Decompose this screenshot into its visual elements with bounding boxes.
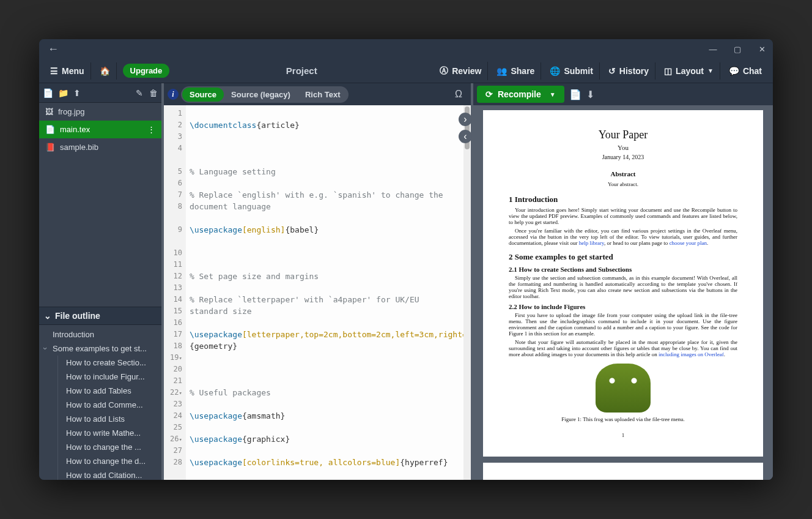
pdf-figure-caption: Figure 1: This frog was uploaded via the… [561,416,684,422]
menu-icon: ☰ [50,66,58,76]
file-tree: 🖼 frog.jpg 📄 main.tex ⋮ 📕 sample.bib [39,103,161,156]
history-button[interactable]: ↺ History [602,62,655,80]
editor-pane: i Source Source (legacy) Rich Text Ω 123… [164,83,471,480]
review-label: Review [452,66,481,76]
pdf-link[interactable]: help library [579,240,604,246]
layout-button[interactable]: ◫ Layout ▼ [658,62,720,80]
pdf-viewer[interactable]: Your Paper You January 14, 2023 Abstract… [473,105,773,480]
file-label: main.tex [60,125,90,134]
outline-header-label: File outline [55,311,100,321]
delete-icon[interactable]: 🗑 [149,88,158,98]
line-gutter: 1234 5678 9 101112 1314151617 1819▾2021 … [164,105,186,480]
minimize-icon[interactable]: — [707,45,719,54]
outline-item[interactable]: How to add Citation... [39,468,161,480]
pdf-abstract-heading: Abstract [509,170,737,177]
outline-item[interactable]: How to include Figur... [39,370,161,384]
outline-item[interactable]: Introduction [39,327,161,342]
source-tab-group: Source Source (legacy) Rich Text [181,86,349,103]
edit-icon[interactable]: ✎ [136,88,143,98]
upload-icon[interactable]: ⬆ [73,88,81,98]
chevron-down-icon: ▼ [550,91,556,98]
share-button[interactable]: 👥 Share [490,62,541,80]
outline-item[interactable]: How to add Lists [39,412,161,426]
pdf-section: 2 Some examples to get started [509,252,737,262]
file-toolbar: 📄 📁 ⬆ ✎ 🗑 [39,83,161,103]
file-label: frog.jpg [58,107,84,116]
pdf-abstract: Your abstract. [509,181,737,187]
tab-source[interactable]: Source [182,88,224,102]
file-main[interactable]: 📄 main.tex ⋮ [39,121,161,138]
pdf-title: Your Paper [509,129,737,141]
new-file-icon[interactable]: 📄 [43,88,53,98]
outline-item[interactable]: How to change the d... [39,454,161,468]
history-label: History [619,66,649,76]
pdf-paragraph: Note that your figure will automatically… [509,339,737,357]
file-icon: 📄 [45,125,55,134]
collapse-preview-icon[interactable]: ‹ [459,130,472,143]
pdf-section: 1 Introduction [509,195,737,204]
layout-label: Layout [676,66,704,76]
close-icon[interactable]: ✕ [756,45,768,54]
upgrade-button[interactable]: Upgrade [123,64,170,78]
recompile-label: Recompile [498,89,541,99]
chat-icon: 💬 [729,66,739,76]
editor-scrollbar[interactable] [463,105,471,480]
main-toolbar: ☰ Menu 🏠 Upgrade Project Ⓐ Review 👥 Shar… [39,59,773,83]
outline-item[interactable]: How to add Tables [39,384,161,398]
outline-item[interactable]: How to write Mathe... [39,426,161,440]
file-frog[interactable]: 🖼 frog.jpg [39,103,161,121]
pdf-page-1: Your Paper You January 14, 2023 Abstract… [483,110,763,457]
collapse-editor-icon[interactable]: › [459,113,472,126]
outline-item[interactable]: How to add Comme... [39,398,161,412]
outline-item[interactable]: How to change the ... [39,440,161,454]
project-title[interactable]: Project [172,65,431,76]
new-folder-icon[interactable]: 📁 [58,88,68,98]
chat-button[interactable]: 💬 Chat [723,62,768,80]
pdf-paragraph: Once you're familiar with the editor, yo… [509,228,737,246]
info-icon[interactable]: i [168,89,179,100]
code-editor[interactable]: 1234 5678 9 101112 1314151617 1819▾2021 … [164,105,471,480]
chevron-down-icon: ▼ [707,67,714,74]
editor-tabs: i Source Source (legacy) Rich Text Ω [164,83,471,105]
maximize-icon[interactable]: ▢ [731,45,744,54]
logs-icon[interactable]: 📄 [569,89,581,100]
chevron-down-icon: ⌄ [44,311,51,321]
book-icon: 📕 [45,143,55,152]
chat-label: Chat [743,66,762,76]
pdf-author: You [509,144,737,151]
symbol-palette-icon[interactable]: Ω [450,89,467,100]
tab-rich[interactable]: Rich Text [298,88,348,102]
back-arrow-icon[interactable]: ← [48,43,59,56]
outline-header[interactable]: ⌄ File outline [39,307,161,325]
menu-label: Menu [62,66,84,76]
sidebar: 📄 📁 ⬆ ✎ 🗑 🖼 frog.jpg 📄 main.tex ⋮ [39,83,161,480]
submit-button[interactable]: 🌐 Submit [544,62,599,80]
file-sample[interactable]: 📕 sample.bib [39,138,161,156]
titlebar: ← — ▢ ✕ [39,39,773,59]
history-icon: ↺ [608,66,616,76]
download-icon[interactable]: ⬇ [586,89,594,100]
share-icon: 👥 [496,66,507,76]
home-button[interactable]: 🏠 [94,62,117,80]
tab-legacy[interactable]: Source (legacy) [224,88,298,102]
share-label: Share [511,66,534,76]
frog-image [596,364,651,413]
outline-item[interactable]: How to create Sectio... [39,356,161,370]
pdf-subsection: 2.2 How to include Figures [509,303,737,310]
pdf-link[interactable]: choose your plan [670,240,707,246]
recompile-button[interactable]: ⟳ Recompile ▼ [477,86,564,103]
main-area: 📄 📁 ⬆ ✎ 🗑 🖼 frog.jpg 📄 main.tex ⋮ [39,83,773,480]
pdf-date: January 14, 2023 [509,154,737,160]
layout-icon: ◫ [664,66,672,76]
preview-pane: ⟳ Recompile ▼ 📄 ⬇ Your Paper You January… [473,83,773,480]
pdf-link[interactable]: including images on Overleaf [659,351,724,357]
pdf-page-number: 1 [509,432,737,438]
pdf-figure: Figure 1: This frog was uploaded via the… [509,364,737,422]
kebab-icon[interactable]: ⋮ [147,125,155,134]
code-content[interactable]: \documentclass{article} % Language setti… [186,105,463,480]
pdf-subsection: 2.1 How to create Sections and Subsectio… [509,266,737,273]
outline-item[interactable]: Some examples to get st... [39,342,161,356]
menu-button[interactable]: ☰ Menu [44,62,91,80]
home-icon: 🏠 [100,66,110,76]
review-button[interactable]: Ⓐ Review [434,62,488,80]
